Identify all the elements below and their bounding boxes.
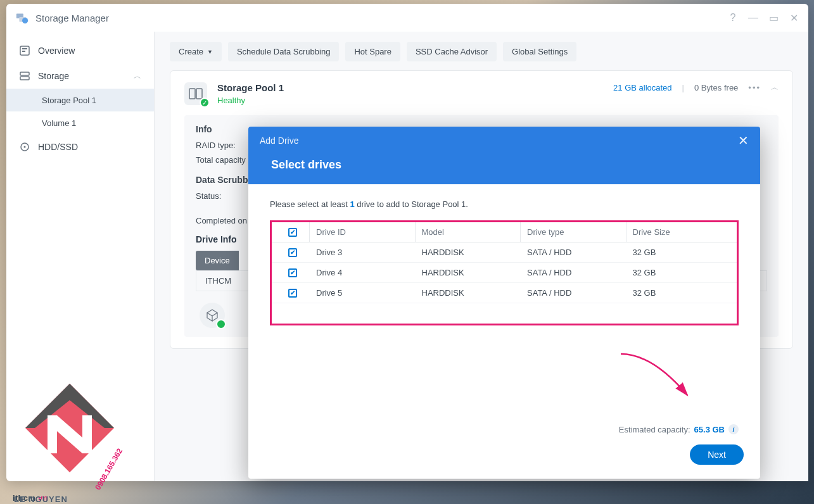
cell-model: HARDDISK	[416, 268, 521, 277]
chevron-up-icon: ︿	[134, 71, 141, 82]
sidebar-item-label: Storage Pool 1	[42, 96, 96, 105]
close-icon[interactable]: ✕	[738, 133, 749, 148]
check-badge-icon	[216, 319, 226, 329]
svg-rect-10	[189, 89, 195, 99]
add-drive-modal: Add Drive ✕ Select drives Please select …	[248, 127, 760, 479]
more-icon[interactable]: •••	[748, 83, 761, 92]
cell-drive-id: Drive 3	[310, 248, 416, 257]
app-icon	[15, 11, 29, 25]
svg-point-9	[24, 146, 26, 148]
hot-spare-button[interactable]: Hot Spare	[345, 42, 400, 61]
sidebar-item-overview[interactable]: Overview	[6, 38, 154, 63]
select-hint: Please select at least 1 drive to add to…	[270, 199, 739, 209]
watermark-name: LE NGUYEN	[14, 495, 68, 504]
row-checkbox[interactable]	[288, 268, 297, 277]
info-icon[interactable]: i	[728, 424, 739, 434]
caret-down-icon: ▼	[207, 49, 213, 55]
pool-status: Healthy	[217, 96, 284, 105]
svg-rect-7	[20, 77, 29, 80]
device-tab[interactable]: Device	[196, 251, 239, 270]
check-badge-icon: ✓	[200, 98, 210, 108]
svg-rect-11	[196, 89, 202, 99]
sidebar-item-storage[interactable]: Storage ︿	[6, 63, 154, 89]
next-button[interactable]: Next	[690, 444, 744, 465]
row-checkbox[interactable]	[288, 289, 297, 298]
annotation-arrow	[614, 351, 697, 401]
create-button[interactable]: Create▼	[170, 42, 222, 61]
volume-icon	[200, 303, 225, 328]
pool-icon: ✓	[184, 82, 207, 105]
col-drive-type[interactable]: Drive type	[521, 222, 626, 242]
storage-icon	[19, 70, 30, 82]
ssd-cache-advisor-button[interactable]: SSD Cache Advisor	[407, 42, 497, 61]
table-header: Drive ID Model Drive type Drive Size	[272, 222, 737, 243]
cell-type: SATA / HDD	[521, 268, 626, 277]
row-checkbox[interactable]	[288, 248, 297, 257]
col-model[interactable]: Model	[416, 222, 521, 242]
window-title: Storage Manager	[35, 13, 109, 23]
help-icon[interactable]: ?	[727, 12, 739, 24]
cell-model: HARDDISK	[416, 248, 521, 257]
sidebar-item-label: HDD/SSD	[38, 142, 78, 152]
sidebar-item-volume-1[interactable]: Volume 1	[6, 111, 154, 134]
select-all-checkbox[interactable]	[288, 228, 297, 237]
svg-point-2	[22, 18, 28, 23]
cell-model: HARDDISK	[416, 288, 521, 298]
sidebar-item-hdd-ssd[interactable]: HDD/SSD	[6, 134, 154, 160]
table-row[interactable]: Drive 4 HARDDISK SATA / HDD 32 GB	[272, 263, 737, 283]
cell-size: 32 GB	[626, 288, 732, 298]
cell-size: 32 GB	[626, 248, 732, 257]
free-text: 0 Bytes free	[694, 83, 738, 92]
estimated-capacity: Estimated capacity: 65.3 GB i	[619, 424, 739, 434]
cell-drive-id: Drive 5	[310, 288, 416, 298]
overview-icon	[19, 45, 30, 56]
cell-size: 32 GB	[626, 268, 732, 277]
sidebar-item-label: Overview	[38, 46, 75, 56]
modal-subtitle: Select drives	[248, 154, 760, 184]
schedule-scrubbing-button[interactable]: Schedule Data Scrubbing	[228, 42, 339, 61]
cell-drive-id: Drive 4	[310, 268, 416, 277]
maximize-icon[interactable]: ▭	[768, 12, 779, 24]
cell-type: SATA / HDD	[521, 248, 626, 257]
title-bar: Storage Manager ? — ▭ ✕	[6, 4, 808, 32]
modal-title: Add Drive	[260, 135, 298, 146]
collapse-icon[interactable]: ︿	[771, 82, 779, 93]
sidebar-item-storage-pool-1[interactable]: Storage Pool 1	[6, 89, 154, 111]
col-drive-id[interactable]: Drive ID	[310, 222, 416, 242]
cell-type: SATA / HDD	[521, 288, 626, 298]
toolbar: Create▼ Schedule Data Scrubbing Hot Spar…	[170, 42, 793, 61]
sidebar: Overview Storage ︿ Storage Pool 1 Volume…	[6, 32, 155, 481]
svg-rect-5	[22, 51, 25, 52]
col-drive-size[interactable]: Drive Size	[626, 222, 732, 242]
svg-rect-4	[22, 48, 27, 49]
table-row[interactable]: Drive 5 HARDDISK SATA / HDD 32 GB	[272, 283, 737, 303]
sidebar-item-label: Volume 1	[42, 118, 76, 128]
minimize-icon[interactable]: —	[747, 12, 759, 24]
table-row[interactable]: Drive 3 HARDDISK SATA / HDD 32 GB	[272, 243, 737, 263]
drive-table: Drive ID Model Drive type Drive Size Dri…	[270, 220, 739, 325]
pool-title: Storage Pool 1	[217, 82, 284, 93]
close-window-icon[interactable]: ✕	[788, 12, 799, 24]
sidebar-item-label: Storage	[38, 71, 69, 81]
hdd-icon	[19, 141, 30, 153]
global-settings-button[interactable]: Global Settings	[503, 42, 576, 61]
allocated-text: 21 GB allocated	[613, 83, 672, 92]
svg-rect-6	[20, 72, 29, 75]
